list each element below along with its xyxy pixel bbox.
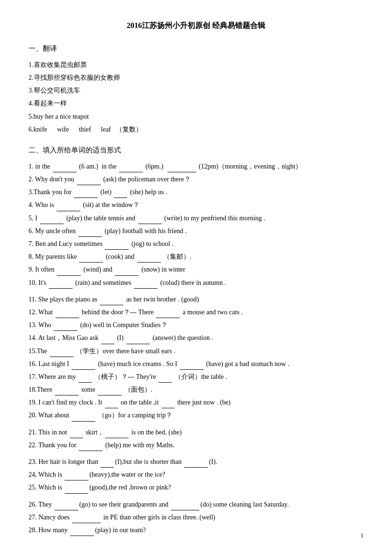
section2-title: 二、填入所给单词的适当形式 [28,144,364,157]
list-item: 11. She plays the piano as as her twin b… [28,293,364,305]
list-item: 25. Which is (good),the red ,brown or pi… [28,481,364,493]
section2d-items: 23. Her hair is longer than (I),but she … [28,456,364,494]
list-item: 6.knife wife thief leaf （复数） [28,123,364,135]
section2b-items: 11. She plays the piano as as her twin b… [28,293,364,422]
list-item: 9. It often (wind) and (snow) in winter [28,263,364,275]
list-item: 28. How many (play) in our team? [28,524,364,536]
list-item: 19. I can't find my clock . It on the ta… [28,396,364,408]
list-item: 12. What behind the door？--- There a mou… [28,306,364,318]
page-title: 2016江苏扬州小升初原创 经典易错题合辑 [28,19,364,33]
list-item: 18.There some （面包）. [28,384,364,395]
list-item: 27. Nancy does in PE than other girls in… [28,511,364,523]
list-item: 20. What about （go）for a camping trip？ [28,409,364,421]
section1-items: 1.喜欢收集昆虫邮票 2.寻找那些穿棕色衣服的女教师 3.帮公交司机洗车 4.看… [28,59,364,135]
list-item: 24, Which is (heavy),the water or the ic… [28,469,364,480]
section2c-items: 21. This in not skirt， is on the bed. (s… [28,426,364,451]
section2-items: 1. in the (6 am.) in the (6pm.) (12pm)（m… [28,160,364,289]
list-item: 16. Last night I (have) much ice creams … [28,358,364,370]
list-item: 21. This in not skirt， is on the bed. (s… [28,426,364,438]
list-item: 17. Where are my （桃子）？--- They're （介词）th… [28,371,364,383]
list-item: 6. My uncle often (play) football with h… [28,225,364,237]
list-item: 1. in the (6 am.) in the (6pm.) (12pm)（m… [28,160,364,172]
list-item: 1.喜欢收集昆虫邮票 [28,59,364,71]
list-item: 2.寻找那些穿棕色衣服的女教师 [28,72,364,84]
list-item: 4. Who is (sit) at the window？ [28,199,364,211]
list-item: 10. It's (rain) and sometimes (colud) th… [28,277,364,289]
list-item: 8. My parents like (cook) and （集邮）. [28,251,364,263]
list-item: 22. Thank you for (help) me with my Math… [28,439,364,451]
list-item: 13. Who (do) well in Computer Studies？ [28,319,364,331]
list-item: 5. I (play) the table tennis and (write)… [28,212,364,224]
section1-title: 一、翻译 [28,42,364,55]
list-item: 5.buy her a nice teapot [28,111,364,122]
list-item: 7. Ben and Lucy sometimes (jog) to schoo… [28,238,364,250]
list-item: 14. At last，Miss Gao ask (I) (answer) th… [28,332,364,344]
section2e-items: 26. They (go) to see their grandparents … [28,499,364,536]
list-item: 4.看起来一样 [28,97,364,109]
list-item: 15.The （学生）over there have small ears . [28,345,364,357]
list-item: 3.Thank you for (let) (she) help us . [28,186,364,198]
list-item: 2. Why don't you (ask) the policeman ove… [28,173,364,185]
list-item: 3.帮公交司机洗车 [28,85,364,96]
list-item: 23. Her hair is longer than (I),but she … [28,456,364,468]
page-number: 1 [361,530,364,541]
list-item: 26. They (go) to see their grandparents … [28,499,364,510]
